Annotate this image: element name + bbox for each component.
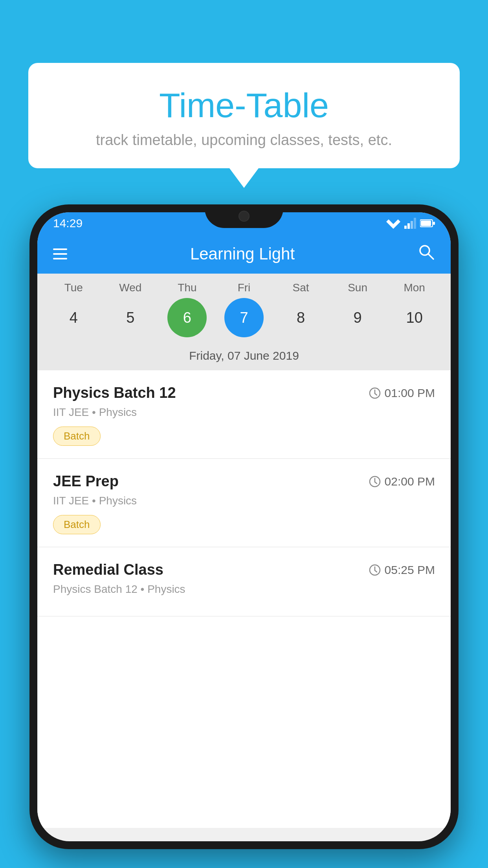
svg-rect-6: [421, 221, 431, 226]
front-camera: [238, 211, 250, 222]
class-time-3: 05:25 PM: [369, 563, 435, 577]
bubble-title: Time-Table: [44, 86, 444, 125]
app-bar: Learning Light: [37, 234, 451, 274]
batch-badge-2: Batch: [53, 515, 101, 534]
phone-notch: [205, 204, 283, 228]
day-labels: Tue Wed Thu Fri Sat Sun Mon: [37, 281, 451, 294]
class-time-1: 01:00 PM: [369, 386, 435, 400]
selected-date-label: Friday, 07 June 2019: [37, 343, 451, 370]
wifi-icon: [386, 218, 400, 229]
class-item-physics-batch-12[interactable]: Physics Batch 12 01:00 PM IIT JEE • Phys…: [37, 370, 451, 459]
day-label-tue: Tue: [54, 281, 93, 294]
day-label-sat: Sat: [281, 281, 321, 294]
clock-icon-1: [369, 387, 381, 399]
day-4[interactable]: 4: [54, 298, 93, 337]
speech-bubble: Time-Table track timetable, upcoming cla…: [28, 63, 460, 168]
day-label-wed: Wed: [111, 281, 150, 294]
svg-rect-3: [411, 221, 413, 229]
day-label-thu: Thu: [167, 281, 207, 294]
battery-icon: [420, 219, 435, 228]
day-label-mon: Mon: [395, 281, 434, 294]
class-item-header-2: JEE Prep 02:00 PM: [53, 473, 435, 490]
day-9[interactable]: 9: [338, 298, 377, 337]
svg-rect-7: [433, 222, 435, 225]
phone-frame: 14:29: [29, 204, 459, 868]
class-subtitle-3: Physics Batch 12 • Physics: [53, 583, 435, 596]
class-item-jee-prep[interactable]: JEE Prep 02:00 PM IIT JEE • Physics Batc…: [37, 459, 451, 547]
status-time: 14:29: [53, 217, 83, 230]
status-icons: [386, 218, 435, 229]
class-subtitle-2: IIT JEE • Physics: [53, 495, 435, 507]
phone-screen: 14:29: [37, 212, 451, 841]
hamburger-line-3: [53, 258, 67, 259]
svg-line-18: [375, 570, 377, 572]
day-label-fri: Fri: [224, 281, 264, 294]
class-subtitle-1: IIT JEE • Physics: [53, 406, 435, 419]
class-item-header-3: Remedial Class 05:25 PM: [53, 561, 435, 578]
day-8[interactable]: 8: [281, 298, 321, 337]
day-numbers: 4 5 6 7 8 9 10: [37, 298, 451, 337]
day-5[interactable]: 5: [111, 298, 150, 337]
app-title: Learning Light: [67, 245, 418, 263]
clock-icon-3: [369, 564, 381, 576]
day-6-today[interactable]: 6: [167, 298, 207, 337]
day-label-sun: Sun: [338, 281, 377, 294]
svg-rect-1: [404, 226, 407, 229]
svg-line-15: [375, 482, 377, 484]
class-time-2: 02:00 PM: [369, 475, 435, 488]
day-10[interactable]: 10: [395, 298, 434, 337]
class-name-3: Remedial Class: [53, 561, 163, 578]
class-name-2: JEE Prep: [53, 473, 119, 490]
search-button[interactable]: [418, 243, 435, 265]
day-7-selected[interactable]: 7: [224, 298, 264, 337]
phone-outer: 14:29: [29, 204, 459, 849]
hamburger-menu-icon[interactable]: [53, 248, 67, 259]
calendar-header: Tue Wed Thu Fri Sat Sun Mon 4 5 6 7 8 9 …: [37, 274, 451, 370]
svg-marker-0: [386, 219, 400, 229]
signal-icon: [404, 218, 416, 229]
svg-rect-2: [407, 223, 410, 229]
class-item-header-1: Physics Batch 12 01:00 PM: [53, 384, 435, 401]
hamburger-line-1: [53, 248, 67, 250]
hamburger-line-2: [53, 253, 67, 255]
class-list: Physics Batch 12 01:00 PM IIT JEE • Phys…: [37, 370, 451, 828]
svg-line-12: [375, 394, 377, 395]
batch-badge-1: Batch: [53, 427, 101, 446]
svg-rect-4: [414, 218, 416, 229]
class-name-1: Physics Batch 12: [53, 384, 176, 401]
svg-line-9: [428, 254, 433, 259]
speech-bubble-container: Time-Table track timetable, upcoming cla…: [28, 63, 460, 168]
bubble-subtitle: track timetable, upcoming classes, tests…: [44, 132, 444, 149]
class-item-remedial[interactable]: Remedial Class 05:25 PM Physics Batch 12…: [37, 547, 451, 616]
clock-icon-2: [369, 476, 381, 487]
